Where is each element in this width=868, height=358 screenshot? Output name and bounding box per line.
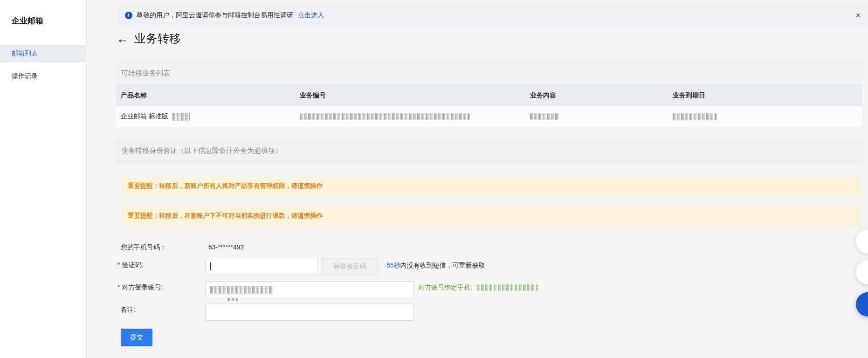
column-business-content: 业务内容 [530, 85, 556, 106]
submit-button[interactable]: 提交 [121, 329, 152, 346]
banner-text: 尊敬的用户，阿里云邀请你参与邮箱控制台易用性调研 [137, 11, 293, 20]
section-title: 可转移业务列表 [121, 69, 170, 78]
redacted-business-content [530, 113, 559, 120]
redacted-account-value [210, 286, 273, 294]
code-input[interactable] [205, 258, 318, 275]
table-header: 产品名称 业务编号 业务内容 业务到期日 [116, 85, 862, 106]
redacted-business-number [300, 113, 470, 120]
sidebar-item-operation-log[interactable]: 操作记录 [0, 68, 87, 85]
column-expire-date: 业务到期日 [673, 85, 705, 106]
app-window: 企业邮箱 邮箱列表 操作记录 ! 尊敬的用户，阿里云邀请你参与邮箱控制台易用性调… [0, 0, 868, 358]
page-header: ← 业务转移 [117, 31, 181, 46]
sidebar-item-mail-list[interactable]: 邮箱列表 [0, 45, 87, 62]
table-row: 企业邮箱 标准版 [116, 106, 862, 127]
close-icon[interactable]: × [855, 11, 861, 20]
cell-expire-date [673, 106, 717, 127]
countdown-value: 55秒 [386, 262, 400, 269]
info-icon: ! [125, 12, 132, 19]
required-asterisk: * [117, 261, 120, 268]
warning-banner: 重要提醒：转移后，新账户所有人将对产品享有管理权限，请谨慎操作 [121, 177, 861, 195]
phone-value: 63-******492 [208, 243, 244, 251]
back-arrow-icon[interactable]: ← [117, 33, 129, 45]
resend-hint: 55秒内没有收到短信，可重新获取 [386, 262, 485, 270]
sidebar-item-label: 邮箱列表 [12, 49, 38, 58]
floating-help-button[interactable] [856, 229, 868, 254]
section-transferable-list: 可转移业务列表 [116, 62, 862, 85]
cell-business-number [300, 106, 470, 127]
remark-label: 备注: [121, 306, 136, 314]
remark-input[interactable] [205, 303, 414, 321]
sidebar-item-label: 操作记录 [12, 72, 38, 81]
redacted-bound-phone [477, 284, 540, 291]
floating-action-button[interactable] [856, 292, 868, 317]
account-label: *对方登录账号: [117, 283, 163, 292]
redacted-artifact [227, 298, 238, 301]
phone-label: 您的手机号码： [121, 243, 166, 252]
notification-banner: ! 尊敬的用户，阿里云邀请你参与邮箱控制台易用性调研 点击进入 × [118, 6, 868, 25]
redacted-expire-date [673, 113, 717, 120]
code-label: *验证码: [117, 261, 143, 269]
column-product-name: 产品名称 [121, 85, 147, 106]
app-title: 企业邮箱 [12, 15, 43, 26]
section-title: 业务转移身份验证（以下信息除备注外全为必填项） [121, 146, 282, 155]
sidebar: 企业邮箱 邮箱列表 操作记录 [0, 0, 87, 358]
remark-input-field[interactable] [210, 303, 409, 320]
code-input-field[interactable] [211, 258, 313, 275]
required-asterisk: * [117, 283, 120, 291]
get-code-button[interactable]: 获取验证码 [322, 258, 378, 275]
account-input[interactable] [205, 281, 414, 298]
section-identity-verification: 业务转移身份验证（以下信息除备注外全为必填项） [116, 140, 862, 162]
warning-banner: 重要提醒：转移后，在新账户下不可对当前实例进行退款，请谨慎操作 [121, 207, 861, 225]
redacted-product-badge [172, 113, 190, 121]
floating-feedback-button[interactable] [856, 260, 868, 284]
cell-product-name: 企业邮箱 标准版 [121, 106, 190, 127]
banner-link[interactable]: 点击进入 [298, 11, 324, 20]
bound-phone-text: 对方账号绑定手机: [418, 283, 540, 292]
cell-business-content [530, 106, 559, 127]
column-business-number: 业务编号 [300, 85, 326, 106]
page-title: 业务转移 [134, 31, 181, 46]
